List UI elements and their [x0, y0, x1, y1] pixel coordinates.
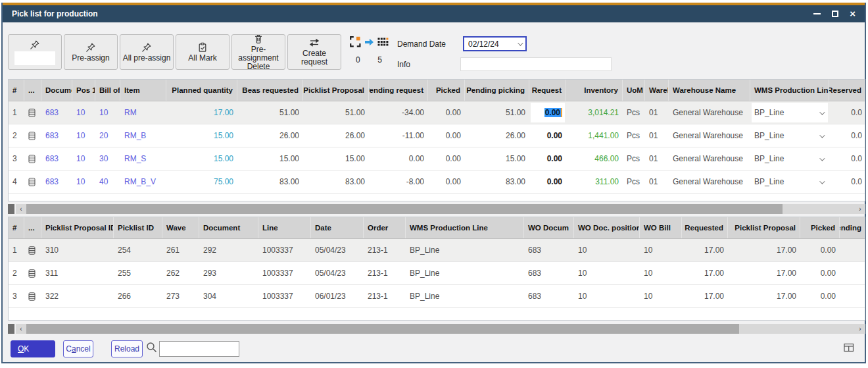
column-header[interactable]: Pos 1 — [72, 80, 95, 101]
search-input[interactable] — [159, 341, 239, 357]
info-input[interactable] — [460, 57, 612, 71]
column-header[interactable]: Requested — [682, 217, 728, 238]
scrollbar-handle-icon[interactable] — [8, 204, 16, 214]
pre-assign-button[interactable]: Pre-assign — [64, 34, 118, 70]
reload-button[interactable]: Reload — [111, 340, 143, 357]
scrollbar-handle-icon[interactable] — [8, 324, 16, 334]
column-header[interactable]: WO Docum — [524, 217, 574, 238]
cell-bill-of-materials[interactable]: 10 — [95, 101, 120, 124]
column-header[interactable]: Bill of I — [95, 80, 120, 101]
cell-document[interactable]: 683 — [41, 171, 72, 193]
column-header[interactable]: ... — [24, 217, 41, 238]
row-details-icon[interactable] — [24, 101, 41, 124]
cell-request[interactable]: 0.00 — [529, 171, 566, 193]
form-settings-icon[interactable] — [844, 343, 854, 355]
wms-production-line-dropdown[interactable]: BP_Line — [752, 149, 828, 169]
maximize-icon[interactable] — [832, 11, 838, 17]
column-header[interactable]: Pending request — [369, 80, 428, 101]
column-header[interactable]: Warehouse Name — [669, 80, 750, 101]
column-header[interactable]: Picklist Proposal — [303, 80, 369, 101]
cell-item[interactable]: RM_S — [120, 147, 166, 170]
cell-item[interactable]: RM_B — [120, 124, 166, 147]
titlebar[interactable]: Pick list for production — [3, 5, 865, 22]
pin-blank-button[interactable] — [8, 34, 62, 70]
pin-blank-field[interactable] — [14, 51, 55, 65]
all-mark-button[interactable]: All Mark — [176, 34, 229, 70]
column-header[interactable]: Warehous — [645, 80, 669, 101]
column-header[interactable]: WMS Production Line — [750, 80, 829, 101]
cell-document[interactable]: 683 — [41, 101, 72, 124]
row-details-icon[interactable] — [24, 171, 41, 193]
row-details-icon[interactable] — [24, 239, 41, 261]
table-row[interactable]: 3322266273304100333706/01/23213-1BP_Line… — [9, 285, 865, 308]
cell-wms-production-line[interactable]: BP_Line — [750, 124, 829, 147]
cell-bill-of-materials[interactable]: 20 — [95, 124, 120, 147]
column-header[interactable]: # — [9, 217, 24, 238]
column-header[interactable]: Date — [311, 217, 364, 238]
scroll-left-icon[interactable]: ‹ — [16, 204, 26, 214]
row-details-icon[interactable] — [24, 147, 41, 170]
column-header[interactable]: Picklist ID — [114, 217, 162, 238]
column-header[interactable]: # — [9, 80, 24, 101]
ok-button[interactable]: OK — [11, 340, 55, 357]
cell-wms-production-line[interactable]: BP_Line — [750, 147, 829, 170]
cell-bill-of-materials[interactable]: 30 — [95, 147, 120, 170]
column-header[interactable]: Pending picking — [465, 80, 529, 101]
horizontal-scrollbar-top[interactable]: ‹ › — [8, 204, 865, 214]
all-pre-assign-button[interactable]: All pre-assign — [120, 34, 174, 70]
cell-bill-of-materials[interactable]: 40 — [95, 171, 120, 193]
scroll-right-icon[interactable]: › — [855, 204, 865, 214]
table-row[interactable]: 2311255262293100333705/04/23213-1BP_Line… — [9, 262, 865, 285]
cell-item[interactable]: RM — [120, 101, 166, 124]
column-header[interactable]: Order — [364, 217, 406, 238]
cell-item[interactable]: RM_B_V — [120, 171, 166, 193]
column-header[interactable]: Request — [529, 80, 566, 101]
table-row[interactable]: 16831010RM17.0051.0051.00-34.000.0051.00… — [9, 101, 865, 124]
row-details-icon[interactable] — [24, 262, 41, 284]
column-header[interactable]: Picked — [800, 217, 840, 238]
scroll-right-icon[interactable]: › — [855, 324, 865, 334]
table-row[interactable]: 1310254261292100333705/04/23213-1BP_Line… — [9, 239, 865, 262]
minimize-icon[interactable] — [813, 13, 821, 14]
column-header[interactable]: WMS Production Line — [406, 217, 524, 238]
close-icon[interactable] — [850, 11, 856, 17]
column-header[interactable]: Docume — [41, 80, 72, 101]
column-header[interactable]: WO Doc. position — [574, 217, 640, 238]
cell-request[interactable]: 0.00 — [529, 101, 566, 124]
column-header[interactable]: Picked — [428, 80, 465, 101]
cell-pos[interactable]: 10 — [72, 101, 95, 124]
pre-assignment-delete-button[interactable]: Pre-assignment Delete — [231, 34, 285, 70]
table-row[interactable]: 46831040RM_B_V75.0083.0083.00-8.000.0083… — [9, 171, 865, 194]
column-header[interactable]: Reserved — [829, 80, 865, 101]
column-header[interactable]: Line — [258, 217, 311, 238]
row-details-icon[interactable] — [24, 124, 41, 147]
wms-production-line-dropdown[interactable]: BP_Line — [752, 103, 828, 122]
column-header[interactable]: Picklist Proposal ID — [41, 217, 114, 238]
cell-pos[interactable]: 10 — [72, 147, 95, 170]
scroll-left-icon[interactable]: ‹ — [16, 324, 26, 334]
row-details-icon[interactable] — [24, 285, 41, 307]
column-header[interactable]: Inventory — [566, 80, 623, 101]
wms-production-line-dropdown[interactable]: BP_Line — [752, 126, 828, 145]
column-header[interactable]: Beas requested — [237, 80, 303, 101]
cell-wms-production-line[interactable]: BP_Line — [750, 171, 829, 193]
column-header[interactable]: Document — [199, 217, 258, 238]
column-header[interactable]: ... — [24, 80, 41, 101]
column-header[interactable]: Picklist Proposal — [728, 217, 800, 238]
cancel-button[interactable]: Cancel — [63, 340, 93, 357]
cell-pos[interactable]: 10 — [72, 124, 95, 147]
cell-request[interactable]: 0.00 — [529, 124, 566, 147]
column-header[interactable]: Wave — [162, 217, 199, 238]
cell-pos[interactable]: 10 — [72, 171, 95, 193]
scrollbar-thumb[interactable] — [26, 324, 739, 334]
cell-document[interactable]: 683 — [41, 147, 72, 170]
request-input[interactable]: 0.00 — [531, 103, 565, 122]
scrollbar-thumb[interactable] — [26, 204, 783, 214]
demand-date-combo[interactable]: 02/12/24 — [463, 36, 527, 51]
create-request-button[interactable]: Create request — [287, 34, 341, 70]
horizontal-scrollbar-bottom[interactable]: ‹ › — [8, 324, 865, 334]
table-row[interactable]: 36831030RM_S15.0015.0015.000.000.0015.00… — [9, 147, 865, 171]
column-header[interactable]: Planned quantity — [166, 80, 237, 101]
column-header[interactable]: UoM — [623, 80, 645, 101]
wms-production-line-dropdown[interactable]: BP_Line — [752, 172, 828, 192]
